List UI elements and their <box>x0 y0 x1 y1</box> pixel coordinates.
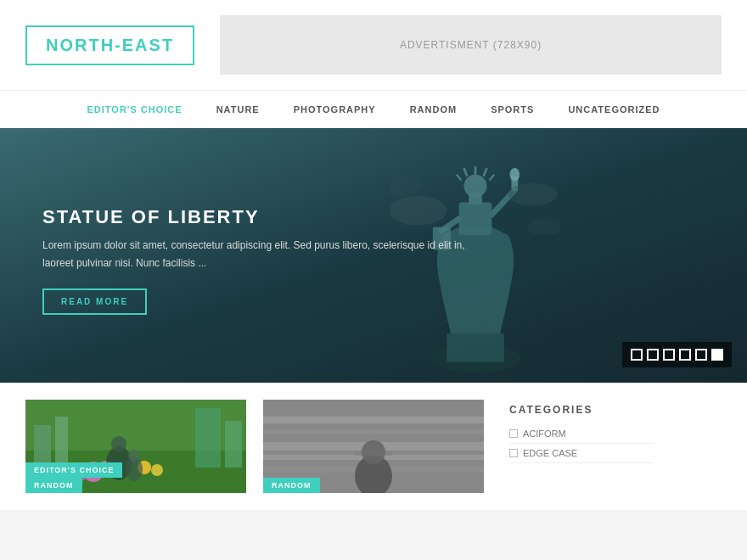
nav-photography[interactable]: PHOTOGRAPHY <box>277 90 393 128</box>
card-1-tag-random[interactable]: RANDOM <box>25 478 82 493</box>
nav-sports[interactable]: SPORTS <box>474 90 551 128</box>
cards-section: EDITOR'S CHOICE RANDOM RANDOM CATEGORIES <box>0 383 747 510</box>
logo-text: NORTH-EAST <box>46 36 174 54</box>
svg-point-18 <box>527 219 560 235</box>
header: NORTH-EAST ADVERTISMENT (728X90) <box>0 0 747 90</box>
ad-label: ADVERTISMENT (728X90) <box>400 39 542 51</box>
sidebar-item-aciform[interactable]: ACIFORM <box>509 424 654 444</box>
svg-line-6 <box>463 168 467 176</box>
hero-title: STATUE OF LIBERTY <box>42 206 467 228</box>
dot-6[interactable] <box>711 349 723 361</box>
svg-point-16 <box>508 182 558 205</box>
nav-editors-choice[interactable]: EDITOR'S CHOICE <box>70 90 199 128</box>
hero-section: STATUE OF LIBERTY Lorem ipsum dolor sit … <box>0 128 747 383</box>
svg-rect-42 <box>355 451 392 456</box>
ad-banner: ADVERTISMENT (728X90) <box>220 15 722 75</box>
card-2-tag-random[interactable]: RANDOM <box>263 478 320 493</box>
nav: EDITOR'S CHOICE NATURE PHOTOGRAPHY RANDO… <box>0 90 747 128</box>
svg-point-4 <box>463 175 486 198</box>
card-1-tag-editors-choice[interactable]: EDITOR'S CHOICE <box>25 462 122 478</box>
svg-line-8 <box>457 175 462 181</box>
card-2-tags: RANDOM <box>263 478 320 493</box>
sidebar-check-aciform <box>509 429 518 438</box>
svg-rect-35 <box>263 417 484 423</box>
svg-rect-24 <box>225 421 242 468</box>
hero-content: STATUE OF LIBERTY Lorem ipsum dolor sit … <box>42 206 467 315</box>
hero-slideshow-dots <box>622 342 732 367</box>
svg-point-17 <box>390 176 422 196</box>
dot-3[interactable] <box>663 349 675 361</box>
svg-point-31 <box>111 436 126 451</box>
svg-point-29 <box>151 464 163 476</box>
hero-description: Lorem ipsum dolor sit amet, consectetur … <box>42 237 467 272</box>
svg-rect-1 <box>447 333 504 362</box>
card-2[interactable]: RANDOM <box>263 400 484 493</box>
svg-rect-23 <box>195 408 221 468</box>
svg-rect-36 <box>263 429 484 434</box>
nav-random[interactable]: RANDOM <box>393 90 475 128</box>
sidebar-label-edge-case: EDGE CASE <box>523 448 577 458</box>
svg-rect-22 <box>55 417 68 468</box>
svg-line-7 <box>484 168 487 176</box>
read-more-button[interactable]: READ MORE <box>42 288 147 315</box>
svg-rect-21 <box>34 425 51 468</box>
sidebar-label-aciform: ACIFORM <box>523 428 566 439</box>
dot-4[interactable] <box>679 349 691 361</box>
card-1-tags: EDITOR'S CHOICE RANDOM <box>25 462 122 493</box>
card-1[interactable]: EDITOR'S CHOICE RANDOM <box>25 400 246 493</box>
sidebar: CATEGORIES ACIFORM EDGE CASE <box>501 400 654 493</box>
sidebar-check-edge-case <box>509 449 518 457</box>
sidebar-item-edge-case[interactable]: EDGE CASE <box>509 444 654 463</box>
dot-5[interactable] <box>695 349 707 361</box>
svg-point-12 <box>510 168 520 181</box>
dot-2[interactable] <box>647 349 659 361</box>
sidebar-categories-title: CATEGORIES <box>509 404 654 416</box>
svg-point-33 <box>128 450 140 462</box>
logo-box[interactable]: NORTH-EAST <box>25 25 194 65</box>
nav-nature[interactable]: NATURE <box>199 90 277 128</box>
svg-line-9 <box>489 175 494 181</box>
dot-1[interactable] <box>631 349 643 361</box>
nav-uncategorized[interactable]: UNCATEGORIZED <box>551 90 677 128</box>
